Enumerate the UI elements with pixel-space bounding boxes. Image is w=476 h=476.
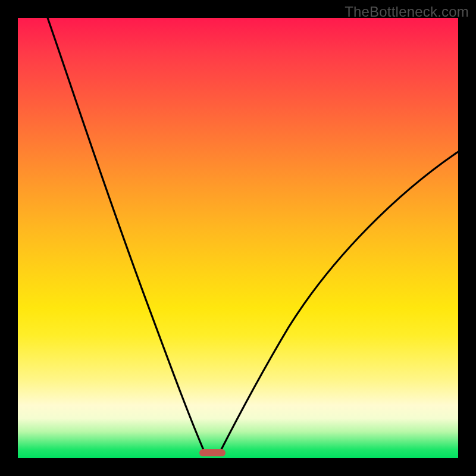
- curve-right-branch: [219, 152, 458, 454]
- chart-frame: TheBottleneck.com: [0, 0, 476, 476]
- watermark-text: TheBottleneck.com: [345, 4, 469, 20]
- bottleneck-marker: [199, 449, 226, 456]
- curve-left-branch: [48, 18, 205, 454]
- plot-area: [18, 18, 458, 458]
- bottleneck-curve: [18, 18, 458, 458]
